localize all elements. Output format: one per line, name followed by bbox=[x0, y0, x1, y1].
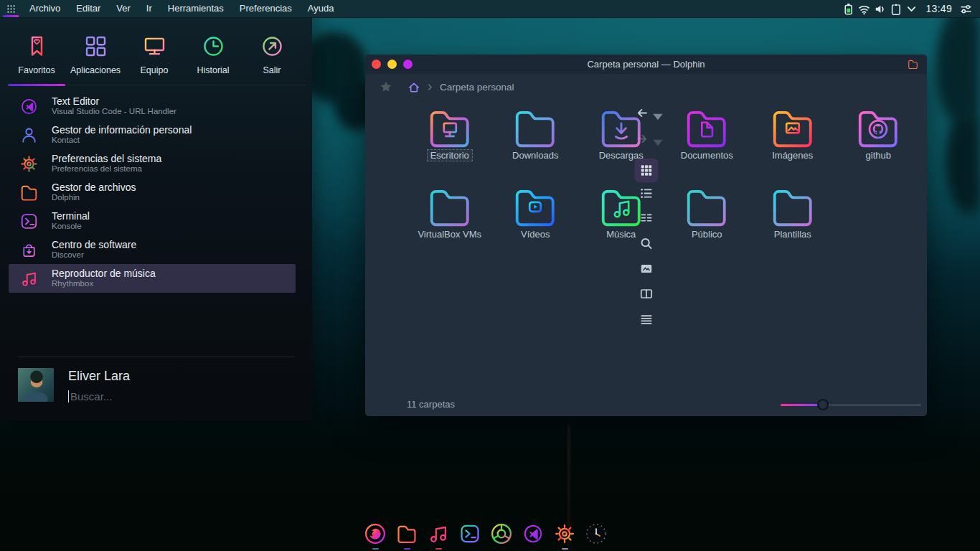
folder-icon bbox=[598, 185, 645, 228]
top-panel: ArchivoEditarVerIrHerramientasPreferenci… bbox=[0, 0, 980, 18]
tab-salir[interactable]: Salir bbox=[242, 23, 301, 85]
folder-github[interactable]: github bbox=[836, 105, 922, 184]
folder-documentos[interactable]: Documentos bbox=[664, 105, 750, 184]
slider-handle[interactable] bbox=[817, 399, 829, 410]
folder-musica[interactable]: Música bbox=[578, 184, 664, 263]
tab-label: Aplicaciones bbox=[70, 65, 121, 75]
tool-split[interactable] bbox=[639, 287, 653, 301]
firefox-icon bbox=[363, 522, 387, 546]
breadcrumb-caret-icon bbox=[425, 83, 435, 92]
clock[interactable]: 13:49 bbox=[925, 3, 952, 14]
folder-imagenes[interactable]: Imágenes bbox=[750, 105, 836, 184]
menu-ir[interactable]: Ir bbox=[138, 0, 160, 17]
window-titlebar[interactable]: Carpeta personal — Dolphin bbox=[365, 55, 927, 74]
folder-label: Descargas bbox=[595, 149, 647, 161]
zoom-slider[interactable] bbox=[781, 399, 921, 410]
search-input[interactable] bbox=[70, 390, 250, 402]
dock-chrome[interactable] bbox=[489, 522, 514, 550]
folder-icon bbox=[769, 106, 816, 149]
dock-gear[interactable] bbox=[552, 522, 577, 550]
text-cursor bbox=[68, 390, 69, 402]
launcher-item-preferencias-del-sistema[interactable]: Preferencias del sistemaPreferencias del… bbox=[9, 149, 296, 178]
user-avatar[interactable] bbox=[18, 368, 54, 402]
menu-ayuda[interactable]: Ayuda bbox=[300, 0, 342, 17]
folder-icon bbox=[512, 106, 559, 149]
dock-clock[interactable] bbox=[584, 522, 608, 550]
folder-icon bbox=[395, 522, 419, 546]
breadcrumb[interactable]: Carpeta personal bbox=[440, 82, 514, 93]
tool-preview[interactable] bbox=[639, 262, 653, 276]
item-title: Gestor de archivos bbox=[52, 182, 136, 194]
terminal-icon bbox=[458, 522, 482, 546]
item-subtitle: Konsole bbox=[52, 222, 90, 232]
menu-ver[interactable]: Ver bbox=[108, 0, 138, 17]
menu-archivo[interactable]: Archivo bbox=[22, 0, 68, 17]
tab-equipo[interactable]: Equipo bbox=[125, 23, 184, 85]
clipboard-icon[interactable] bbox=[889, 2, 903, 16]
status-text: 11 carpetas bbox=[407, 399, 455, 410]
folder-grid: EscritorioDownloadsDescargasDocumentosIm… bbox=[407, 105, 921, 263]
folder-downloads[interactable]: Downloads bbox=[493, 105, 579, 184]
music-note-icon bbox=[19, 268, 39, 289]
folder-videos[interactable]: Vídeos bbox=[493, 184, 579, 263]
vscode-icon bbox=[521, 522, 545, 546]
global-menubar: ArchivoEditarVerIrHerramientasPreferenci… bbox=[22, 0, 341, 17]
folder-escritorio[interactable]: Escritorio bbox=[407, 105, 493, 184]
item-title: Terminal bbox=[52, 210, 90, 222]
app-launcher-button[interactable] bbox=[0, 0, 22, 17]
favorites-icon bbox=[24, 33, 50, 60]
item-subtitle: Rhythmbox bbox=[52, 279, 156, 289]
dock-music-note[interactable] bbox=[426, 522, 451, 550]
maximize-button[interactable] bbox=[403, 60, 413, 69]
item-subtitle: Dolphin bbox=[52, 193, 136, 203]
home-icon[interactable] bbox=[407, 81, 420, 94]
menu-editar[interactable]: Editar bbox=[68, 0, 108, 17]
folder-publico[interactable]: Público bbox=[664, 184, 750, 263]
folder-label: Escritorio bbox=[427, 149, 473, 161]
dock-terminal[interactable] bbox=[458, 522, 482, 550]
menu-preferencias[interactable]: Preferencias bbox=[232, 0, 300, 17]
tab-favoritos[interactable]: Favoritos bbox=[7, 23, 66, 85]
item-subtitle: Kontact bbox=[52, 136, 192, 146]
folder-virtualbox-vms[interactable]: VirtualBox VMs bbox=[407, 184, 493, 263]
launcher-item-discover[interactable]: Centro de softwareDiscover bbox=[9, 235, 296, 264]
active-indicator bbox=[3, 15, 19, 17]
music-note-icon bbox=[426, 522, 451, 546]
launcher-item-dolphin[interactable]: Gestor de archivosDolphin bbox=[9, 178, 296, 207]
launcher-item-visual-studio-code-url-handler[interactable]: Text EditorVisual Studio Code - URL Hand… bbox=[9, 92, 296, 121]
tab-label: Historial bbox=[197, 65, 229, 75]
folder-label: Documentos bbox=[677, 149, 737, 161]
dock-vscode[interactable] bbox=[521, 522, 545, 550]
window-buttons bbox=[365, 60, 413, 69]
sliders-icon[interactable] bbox=[959, 2, 973, 16]
tab-aplicaciones[interactable]: Aplicaciones bbox=[66, 23, 125, 85]
chevron-down-icon[interactable] bbox=[905, 2, 918, 16]
tab-historial[interactable]: Historial bbox=[184, 23, 242, 85]
item-title: Reproductor de música bbox=[52, 268, 156, 280]
tab-label: Equipo bbox=[141, 65, 169, 75]
tool-menu[interactable] bbox=[639, 313, 653, 326]
item-title: Centro de software bbox=[52, 239, 136, 251]
item-title: Text Editor bbox=[52, 95, 176, 108]
folder-plantillas[interactable]: Plantillas bbox=[750, 184, 836, 263]
folder-descargas[interactable]: Descargas bbox=[578, 105, 664, 184]
running-indicator bbox=[372, 548, 379, 550]
menu-icon bbox=[639, 313, 653, 326]
folder-label: Plantillas bbox=[771, 228, 815, 240]
bookmark-star-icon[interactable] bbox=[380, 80, 392, 93]
launcher-item-konsole[interactable]: TerminalKonsole bbox=[9, 207, 296, 235]
launcher-item-rhythmbox[interactable]: Reproductor de músicaRhythmbox bbox=[9, 264, 296, 293]
battery-icon[interactable] bbox=[842, 2, 855, 16]
dock-folder[interactable] bbox=[395, 522, 419, 550]
volume-icon[interactable] bbox=[873, 2, 887, 16]
item-title: Gestor de información personal bbox=[52, 124, 192, 136]
menu-herramientas[interactable]: Herramientas bbox=[160, 0, 232, 17]
dock-firefox[interactable] bbox=[363, 522, 387, 550]
folder-label: Vídeos bbox=[517, 228, 553, 240]
minimize-button[interactable] bbox=[387, 60, 397, 69]
close-button[interactable] bbox=[372, 60, 381, 69]
active-tab-indicator bbox=[8, 84, 65, 86]
launcher-item-kontact[interactable]: Gestor de información personalKontact bbox=[9, 121, 296, 149]
running-indicator bbox=[562, 548, 568, 550]
wifi-icon[interactable] bbox=[857, 2, 871, 16]
